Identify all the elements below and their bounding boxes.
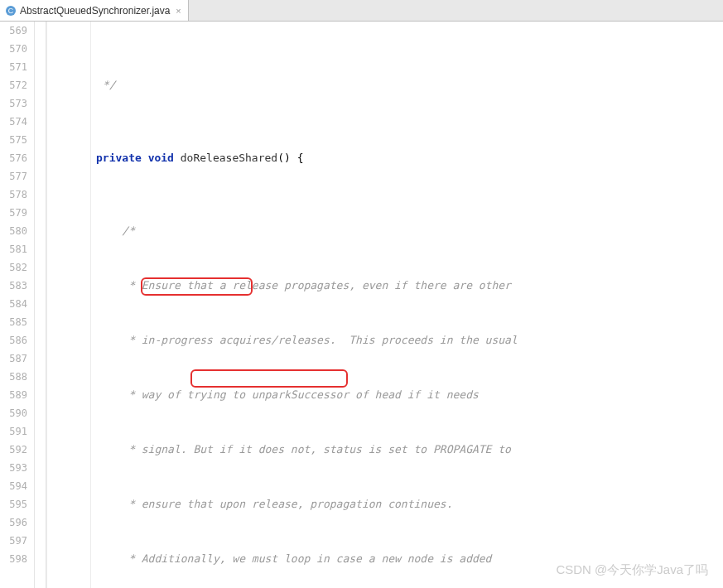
line-number: 577 (0, 167, 27, 186)
line-number: 581 (0, 240, 27, 258)
line-number: 584 (0, 295, 27, 313)
line-number: 596 (0, 513, 27, 532)
line-number: 598 (0, 550, 27, 568)
watermark-text: CSDN @今天你学Java了吗 (556, 562, 708, 578)
annotation-box (190, 369, 348, 388)
code-line: private void doReleaseShared() { (91, 149, 723, 167)
line-number: 569 (0, 22, 27, 40)
line-number: 582 (0, 258, 27, 277)
comment-text: * Additionally, we must loop in case a n… (96, 552, 491, 565)
line-number: 575 (0, 131, 27, 149)
comment-text: * Ensure that a release propagates, even… (96, 279, 511, 292)
tab-filename: AbstractQueuedSynchronizer.java (20, 5, 170, 17)
line-number: 571 (0, 58, 27, 76)
indent-guide-column (46, 22, 91, 588)
line-number: 595 (0, 495, 27, 513)
comment-text: */ (96, 79, 115, 91)
line-number: 583 (0, 277, 27, 295)
line-number: 572 (0, 76, 27, 94)
code-content[interactable]: */ private void doReleaseShared() { /* *… (91, 22, 723, 588)
comment-text: * ensure that upon release, propagation … (96, 498, 452, 510)
line-number: 585 (0, 313, 27, 331)
tab-bar: C AbstractQueuedSynchronizer.java × (0, 0, 723, 22)
line-number: 593 (0, 459, 27, 477)
line-number: 587 (0, 349, 27, 368)
comment-text: * way of trying to unparkSuccessor of he… (96, 388, 479, 401)
close-icon[interactable]: × (173, 6, 183, 16)
code-editor[interactable]: 5695705715725735745755765775785795805815… (0, 22, 723, 588)
fold-column (35, 22, 46, 588)
line-number: 591 (0, 422, 27, 441)
editor-tab[interactable]: C AbstractQueuedSynchronizer.java × (0, 0, 189, 21)
line-number: 592 (0, 441, 27, 459)
comment-text: * in-progress acquires/releases. This pr… (96, 334, 518, 346)
method-name: doReleaseShared (181, 152, 277, 164)
line-number: 597 (0, 532, 27, 550)
line-number: 574 (0, 113, 27, 131)
comment-text: /* (96, 224, 135, 237)
line-number: 578 (0, 186, 27, 204)
line-number: 586 (0, 331, 27, 349)
line-number: 580 (0, 222, 27, 240)
svg-text:C: C (8, 7, 14, 15)
line-number: 579 (0, 204, 27, 222)
keyword: void (148, 152, 174, 164)
java-class-icon: C (5, 5, 17, 17)
line-number: 594 (0, 477, 27, 495)
keyword: private (96, 152, 142, 164)
comment-text: * signal. But if it does not, status is … (96, 443, 511, 455)
line-number: 588 (0, 368, 27, 386)
line-number: 570 (0, 40, 27, 58)
line-number: 590 (0, 404, 27, 422)
line-number: 589 (0, 386, 27, 404)
line-number: 573 (0, 94, 27, 113)
line-number-gutter: 5695705715725735745755765775785795805815… (0, 22, 35, 588)
line-number: 576 (0, 149, 27, 167)
